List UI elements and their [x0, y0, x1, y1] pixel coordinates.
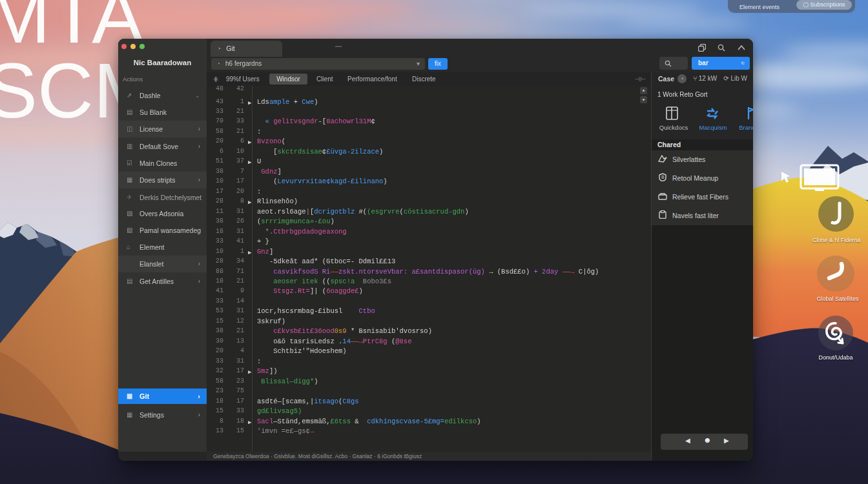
- svg-text:B: B: [661, 175, 665, 179]
